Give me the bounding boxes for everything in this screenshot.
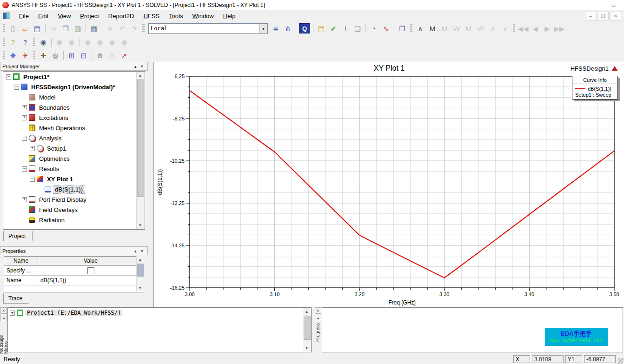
hide-selection-icon[interactable]: ◉	[53, 37, 66, 48]
validate-icon[interactable]: ✔	[327, 23, 339, 34]
next-frame-icon[interactable]: ▶	[541, 23, 553, 34]
expand-expander[interactable]: +	[22, 115, 27, 120]
tree-item-hfssdesign1-drivenmodal[interactable]: −HFSSDesign1 (DrivenModal)*	[3, 82, 145, 92]
tree-item-radiation[interactable]: Radiation	[3, 215, 145, 225]
properties-doc-icon[interactable]: ≣	[270, 23, 282, 34]
tab-project[interactable]: Project	[3, 231, 33, 241]
mdi-restore-button[interactable]: ❐	[597, 12, 609, 20]
hide-selection-sheet-icon[interactable]: ◉	[66, 37, 78, 48]
tree-item-excitations[interactable]: +Excitations	[3, 113, 145, 123]
scroll-thumb[interactable]	[137, 264, 144, 277]
scroll-down-icon[interactable]: ▼	[137, 222, 144, 229]
menu-help[interactable]: Help	[219, 11, 240, 21]
checkbox[interactable]	[87, 267, 94, 274]
menu-project[interactable]: Project	[75, 11, 103, 21]
zoom-out-icon[interactable]: ⊖	[106, 50, 118, 61]
menu-tools[interactable]: Tools	[164, 11, 187, 21]
copy-image-icon[interactable]: ❒	[396, 23, 408, 34]
hide-active-icon[interactable]: ◉	[106, 37, 118, 48]
zoom-in-icon[interactable]: ⊕	[94, 50, 106, 61]
curve-info-legend[interactable]: Curve Info dB(S(1,1)) Setup1 : Sweep	[572, 76, 618, 99]
tree-item-model[interactable]: Model	[3, 92, 145, 102]
tree-item-field-overlays[interactable]: Field Overlays	[3, 205, 145, 215]
menu-hfss[interactable]: HFSS	[139, 11, 164, 21]
design-tree-icon[interactable]: ⋔	[282, 23, 294, 34]
xy-plot-canvas[interactable]: 3.003.103.203.303.403.50-6.25-8.25-10.25…	[154, 62, 624, 307]
scroll-thumb[interactable]	[137, 79, 144, 197]
message-scrollbar[interactable]: ▲ ▼	[303, 308, 311, 351]
marker-min-icon[interactable]: M	[438, 23, 451, 34]
dock-close-icon[interactable]: ✕	[315, 307, 321, 314]
resize-grip[interactable]	[617, 358, 624, 364]
tree-item-port-field-display[interactable]: +Port Field Display	[3, 194, 145, 205]
q-solver-icon[interactable]: Q	[299, 23, 310, 33]
collapse-expander[interactable]: −	[22, 136, 27, 141]
mdi-close-button[interactable]: ✕	[610, 12, 621, 20]
redo-icon[interactable]: ↷	[128, 23, 140, 34]
tree-item-results[interactable]: −Results	[3, 164, 145, 174]
paste-icon[interactable]: ▥	[72, 23, 84, 34]
expand-expander[interactable]: +	[22, 197, 27, 202]
collapse-expander[interactable]: −	[30, 177, 35, 182]
peak-up-icon[interactable]: ∧	[487, 23, 499, 34]
panel-close-icon[interactable]: ✕	[138, 64, 146, 69]
menu-window[interactable]: Window	[187, 11, 218, 21]
marker-max-icon[interactable]: W	[451, 23, 463, 34]
help-topics-icon[interactable]: ?	[7, 37, 19, 48]
zoom-100-icon[interactable]: ◎	[49, 50, 61, 61]
collapse-expander[interactable]: −	[6, 74, 11, 79]
tree-item-setup1[interactable]: +Setup1	[3, 143, 145, 153]
solution-data-icon[interactable]: ◔	[368, 23, 380, 34]
scroll-up-icon[interactable]: ▲	[137, 256, 144, 263]
delete-icon[interactable]: ✕	[104, 23, 116, 34]
panel-collapse-icon[interactable]: ▴	[133, 249, 139, 253]
tab-trace[interactable]: Trace	[3, 293, 29, 304]
tree-item-boundaries[interactable]: +Boundaries	[3, 102, 145, 113]
new-icon[interactable]: ▯	[7, 23, 19, 34]
first-frame-icon[interactable]: ◀◀	[517, 23, 529, 34]
menu-file[interactable]: File	[14, 11, 33, 21]
tree-item-mesh-operations[interactable]: Mesh Operations	[3, 123, 145, 133]
open-icon[interactable]: ▱	[19, 23, 31, 34]
edit-notes-icon[interactable]: ❏	[352, 23, 364, 34]
boundaries-display-icon[interactable]: ❖	[7, 50, 19, 61]
menu-report2d[interactable]: Report2D	[104, 11, 139, 21]
show-active-sheet-icon[interactable]: ◉	[94, 37, 106, 48]
dock-collapse-icon[interactable]: ◂	[0, 315, 7, 321]
cut-icon[interactable]: ✂	[47, 23, 60, 34]
scroll-up-icon[interactable]: ▲	[303, 308, 310, 315]
antenna-display-icon[interactable]: ✈	[19, 50, 31, 61]
expand-expander[interactable]: +	[22, 105, 27, 110]
maximize-button[interactable]: □	[603, 0, 624, 10]
expander[interactable]: +	[10, 311, 15, 316]
pan-icon[interactable]: ✚	[37, 50, 49, 61]
menu-view[interactable]: View	[53, 11, 75, 21]
scroll-down-icon[interactable]: ▼	[137, 285, 144, 291]
add-delta-marker-icon[interactable]: M	[426, 23, 438, 34]
design-settings-icon[interactable]: ▤	[315, 23, 327, 34]
save-icon[interactable]: ▤	[31, 23, 43, 34]
analyze-all-icon[interactable]: !	[339, 23, 352, 34]
scroll-thumb[interactable]	[304, 316, 311, 340]
collapse-expander[interactable]: −	[22, 166, 27, 172]
peak-down-icon[interactable]: ∨	[499, 23, 511, 34]
add-marker-icon[interactable]: ∧	[414, 23, 426, 34]
marker-max-all-icon[interactable]: W	[475, 23, 487, 34]
zoom-in-window-icon[interactable]: ⊞	[66, 50, 78, 61]
collapse-expander[interactable]: −	[14, 85, 19, 90]
context-help-icon[interactable]: ?	[19, 37, 31, 48]
dock-collapse-icon[interactable]: ◂	[315, 315, 321, 321]
visibility-icon[interactable]: ◉	[37, 37, 49, 48]
show-active-icon[interactable]: ◉	[82, 37, 94, 48]
hide-active-sheet-icon[interactable]: ◉	[118, 37, 130, 48]
message-item[interactable]: + Project1 (E:/EDA_Work/HFSS/)	[10, 309, 311, 317]
property-value[interactable]	[38, 266, 144, 275]
tree-item-optimetrics[interactable]: Optimetrics	[3, 153, 145, 164]
zoom-out-window-icon[interactable]: ⊟	[78, 50, 90, 61]
scroll-up-icon[interactable]: ▲	[137, 72, 144, 79]
project-tree-scrollbar[interactable]: ▲ ▼	[136, 72, 144, 229]
menu-edit[interactable]: Edit	[33, 11, 53, 21]
expand-expander[interactable]: +	[30, 146, 35, 151]
mdi-minimize-button[interactable]: –	[585, 12, 596, 20]
tree-item-analysis[interactable]: −Analysis	[3, 133, 145, 143]
